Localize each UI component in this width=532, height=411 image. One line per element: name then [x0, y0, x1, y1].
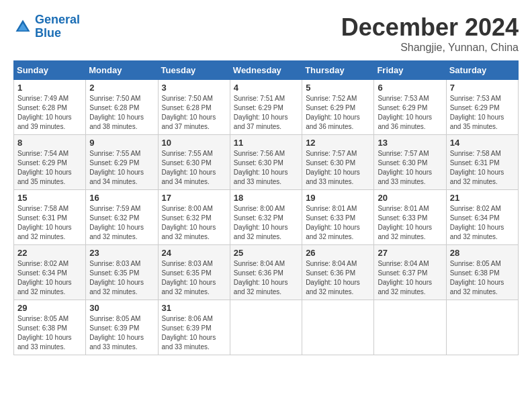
calendar-cell	[302, 300, 374, 355]
day-info: Sunrise: 8:03 AM Sunset: 6:35 PM Dayligh…	[89, 259, 154, 297]
calendar-cell: 27Sunrise: 8:04 AM Sunset: 6:37 PM Dayli…	[374, 245, 446, 300]
day-info: Sunrise: 7:55 AM Sunset: 6:30 PM Dayligh…	[162, 149, 226, 187]
logo-icon	[13, 17, 32, 36]
day-number: 4	[234, 83, 298, 93]
calendar-cell: 23Sunrise: 8:03 AM Sunset: 6:35 PM Dayli…	[86, 245, 158, 300]
day-info: Sunrise: 7:53 AM Sunset: 6:29 PM Dayligh…	[378, 94, 442, 132]
calendar-cell: 15Sunrise: 7:58 AM Sunset: 6:31 PM Dayli…	[14, 190, 86, 245]
calendar-week-row: 22Sunrise: 8:02 AM Sunset: 6:34 PM Dayli…	[14, 245, 519, 300]
logo-line2: Blue	[35, 26, 61, 40]
day-number: 19	[306, 193, 370, 203]
calendar-cell: 25Sunrise: 8:04 AM Sunset: 6:36 PM Dayli…	[230, 245, 302, 300]
logo-line1: General	[35, 13, 80, 26]
day-number: 9	[89, 138, 154, 148]
day-number: 1	[17, 83, 82, 93]
day-info: Sunrise: 7:58 AM Sunset: 6:31 PM Dayligh…	[17, 204, 82, 242]
calendar-cell: 19Sunrise: 8:01 AM Sunset: 6:33 PM Dayli…	[302, 190, 374, 245]
calendar-cell: 20Sunrise: 8:01 AM Sunset: 6:33 PM Dayli…	[374, 190, 446, 245]
day-info: Sunrise: 7:50 AM Sunset: 6:28 PM Dayligh…	[89, 94, 154, 132]
day-number: 25	[234, 248, 298, 258]
calendar-cell: 17Sunrise: 8:00 AM Sunset: 6:32 PM Dayli…	[158, 190, 230, 245]
day-info: Sunrise: 8:01 AM Sunset: 6:33 PM Dayligh…	[306, 204, 370, 242]
calendar-cell: 24Sunrise: 8:03 AM Sunset: 6:35 PM Dayli…	[158, 245, 230, 300]
month-title: December 2024	[341, 13, 519, 42]
day-info: Sunrise: 8:01 AM Sunset: 6:33 PM Dayligh…	[378, 204, 442, 242]
calendar-cell: 8Sunrise: 7:54 AM Sunset: 6:29 PM Daylig…	[14, 135, 86, 190]
calendar-week-row: 29Sunrise: 8:05 AM Sunset: 6:38 PM Dayli…	[14, 300, 519, 355]
calendar-cell: 9Sunrise: 7:55 AM Sunset: 6:29 PM Daylig…	[86, 135, 158, 190]
calendar-cell: 11Sunrise: 7:56 AM Sunset: 6:30 PM Dayli…	[230, 135, 302, 190]
day-info: Sunrise: 7:52 AM Sunset: 6:29 PM Dayligh…	[306, 94, 370, 132]
day-info: Sunrise: 8:04 AM Sunset: 6:36 PM Dayligh…	[306, 259, 370, 297]
day-info: Sunrise: 7:58 AM Sunset: 6:31 PM Dayligh…	[450, 149, 515, 187]
day-number: 20	[378, 193, 442, 203]
calendar-cell: 22Sunrise: 8:02 AM Sunset: 6:34 PM Dayli…	[14, 245, 86, 300]
day-number: 27	[378, 248, 442, 258]
calendar-cell: 18Sunrise: 8:00 AM Sunset: 6:32 PM Dayli…	[230, 190, 302, 245]
calendar: SundayMondayTuesdayWednesdayThursdayFrid…	[13, 60, 519, 355]
day-number: 18	[234, 193, 298, 203]
day-number: 22	[17, 248, 82, 258]
calendar-cell: 10Sunrise: 7:55 AM Sunset: 6:30 PM Dayli…	[158, 135, 230, 190]
day-info: Sunrise: 7:57 AM Sunset: 6:30 PM Dayligh…	[378, 149, 442, 187]
day-number: 5	[306, 83, 370, 93]
day-info: Sunrise: 8:04 AM Sunset: 6:36 PM Dayligh…	[234, 259, 298, 297]
calendar-cell: 13Sunrise: 7:57 AM Sunset: 6:30 PM Dayli…	[374, 135, 446, 190]
day-number: 31	[162, 303, 226, 313]
calendar-cell: 30Sunrise: 8:05 AM Sunset: 6:39 PM Dayli…	[86, 300, 158, 355]
day-number: 6	[378, 83, 442, 93]
weekday-header: Sunday	[14, 61, 86, 80]
title-area: December 2024 Shangjie, Yunnan, China	[341, 13, 519, 54]
calendar-cell: 5Sunrise: 7:52 AM Sunset: 6:29 PM Daylig…	[302, 80, 374, 135]
day-info: Sunrise: 7:54 AM Sunset: 6:29 PM Dayligh…	[17, 149, 82, 187]
header: General Blue December 2024 Shangjie, Yun…	[13, 13, 519, 54]
weekday-header: Thursday	[302, 61, 374, 80]
day-info: Sunrise: 7:51 AM Sunset: 6:29 PM Dayligh…	[234, 94, 298, 132]
day-number: 28	[450, 248, 515, 258]
calendar-cell: 31Sunrise: 8:06 AM Sunset: 6:39 PM Dayli…	[158, 300, 230, 355]
day-info: Sunrise: 7:56 AM Sunset: 6:30 PM Dayligh…	[234, 149, 298, 187]
day-number: 3	[162, 83, 226, 93]
calendar-cell	[230, 300, 302, 355]
day-info: Sunrise: 8:02 AM Sunset: 6:34 PM Dayligh…	[450, 204, 515, 242]
day-number: 30	[89, 303, 154, 313]
day-info: Sunrise: 7:59 AM Sunset: 6:32 PM Dayligh…	[89, 204, 154, 242]
day-info: Sunrise: 7:50 AM Sunset: 6:28 PM Dayligh…	[162, 94, 226, 132]
calendar-week-row: 1Sunrise: 7:49 AM Sunset: 6:28 PM Daylig…	[14, 80, 519, 135]
calendar-header: SundayMondayTuesdayWednesdayThursdayFrid…	[14, 61, 519, 80]
day-number: 21	[450, 193, 515, 203]
day-info: Sunrise: 7:53 AM Sunset: 6:29 PM Dayligh…	[450, 94, 515, 132]
calendar-cell: 26Sunrise: 8:04 AM Sunset: 6:36 PM Dayli…	[302, 245, 374, 300]
day-info: Sunrise: 7:49 AM Sunset: 6:28 PM Dayligh…	[17, 94, 82, 132]
calendar-cell: 2Sunrise: 7:50 AM Sunset: 6:28 PM Daylig…	[86, 80, 158, 135]
day-number: 29	[17, 303, 82, 313]
day-number: 15	[17, 193, 82, 203]
day-number: 12	[306, 138, 370, 148]
calendar-cell: 28Sunrise: 8:05 AM Sunset: 6:38 PM Dayli…	[446, 245, 518, 300]
calendar-cell: 3Sunrise: 7:50 AM Sunset: 6:28 PM Daylig…	[158, 80, 230, 135]
calendar-week-row: 8Sunrise: 7:54 AM Sunset: 6:29 PM Daylig…	[14, 135, 519, 190]
weekday-header: Wednesday	[230, 61, 302, 80]
calendar-cell: 16Sunrise: 7:59 AM Sunset: 6:32 PM Dayli…	[86, 190, 158, 245]
calendar-cell: 29Sunrise: 8:05 AM Sunset: 6:38 PM Dayli…	[14, 300, 86, 355]
weekday-header: Tuesday	[158, 61, 230, 80]
day-info: Sunrise: 8:03 AM Sunset: 6:35 PM Dayligh…	[162, 259, 226, 297]
calendar-week-row: 15Sunrise: 7:58 AM Sunset: 6:31 PM Dayli…	[14, 190, 519, 245]
day-number: 2	[89, 83, 154, 93]
day-number: 16	[89, 193, 154, 203]
calendar-cell	[446, 300, 518, 355]
day-number: 14	[450, 138, 515, 148]
logo: General Blue	[13, 13, 80, 40]
location-title: Shangjie, Yunnan, China	[341, 42, 519, 54]
calendar-cell: 7Sunrise: 7:53 AM Sunset: 6:29 PM Daylig…	[446, 80, 518, 135]
day-number: 23	[89, 248, 154, 258]
weekday-header: Monday	[86, 61, 158, 80]
day-number: 24	[162, 248, 226, 258]
day-info: Sunrise: 8:05 AM Sunset: 6:38 PM Dayligh…	[17, 314, 82, 352]
day-number: 7	[450, 83, 515, 93]
day-number: 17	[162, 193, 226, 203]
weekday-header: Friday	[374, 61, 446, 80]
calendar-cell: 4Sunrise: 7:51 AM Sunset: 6:29 PM Daylig…	[230, 80, 302, 135]
calendar-cell: 12Sunrise: 7:57 AM Sunset: 6:30 PM Dayli…	[302, 135, 374, 190]
weekday-header: Saturday	[446, 61, 518, 80]
